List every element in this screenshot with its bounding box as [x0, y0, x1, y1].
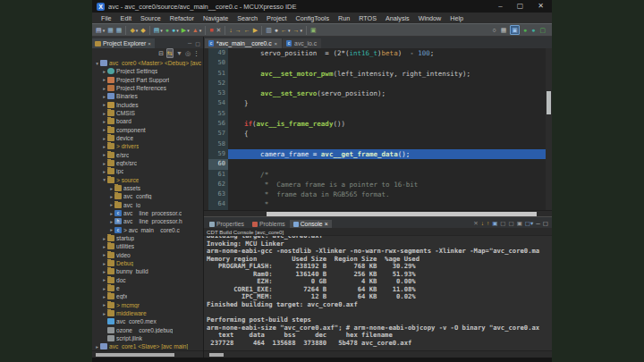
tree-item[interactable]: ▸startup: [92, 234, 203, 242]
terminate-icon[interactable]: ■: [208, 25, 214, 35]
pin-console-icon[interactable]: ▣: [517, 220, 522, 227]
new-c-file-icon[interactable]: ▤▾: [153, 25, 164, 35]
menu-project[interactable]: Project: [262, 13, 291, 23]
tree-item[interactable]: ▸Project References: [92, 84, 203, 92]
tree-item[interactable]: ▸c> avc_main__core0.c: [92, 226, 203, 234]
minimize-view-icon[interactable]: ─: [188, 40, 191, 46]
develop-perspective-icon[interactable]: ▣: [510, 25, 520, 35]
tree-item[interactable]: ▸e: [92, 284, 203, 292]
close-icon[interactable]: ×: [325, 221, 328, 227]
close-button[interactable]: ✕: [538, 2, 544, 11]
quick-search-icon[interactable]: ○: [491, 25, 496, 35]
collapsed-arrow-icon[interactable]: ▸: [101, 244, 107, 249]
close-icon[interactable]: ×: [275, 41, 278, 46]
menu-analysis[interactable]: Analysis: [381, 13, 414, 23]
disconnect-icon[interactable]: ✕: [215, 25, 222, 35]
open-perspective-icon[interactable]: ▦: [500, 25, 508, 35]
tree-item[interactable]: ▾> source: [92, 176, 203, 184]
collapsed-arrow-icon[interactable]: ▸: [108, 194, 114, 199]
focus-icon[interactable]: ◎: [185, 49, 191, 57]
editor-vscrollbar[interactable]: [546, 48, 552, 210]
scrollbar-thumb[interactable]: [209, 353, 224, 357]
tree-item[interactable]: avc_core0.mex: [92, 317, 203, 325]
menu-configtools[interactable]: ConfigTools: [291, 13, 334, 23]
install-perspective-icon[interactable]: ●: [522, 25, 528, 35]
menu-source[interactable]: Source: [136, 13, 165, 23]
collapsed-arrow-icon[interactable]: ▸: [108, 211, 114, 216]
tree-item[interactable]: ▸device: [92, 134, 203, 142]
collapsed-arrow-icon[interactable]: ▸: [101, 261, 107, 266]
tab-project-explorer[interactable]: Project Explorer ×: [92, 38, 155, 48]
step-into-icon[interactable]: ↓: [228, 25, 233, 35]
scrollbar-thumb[interactable]: [96, 353, 174, 357]
tree-item[interactable]: ▸CMSIS: [92, 109, 203, 117]
clean-icon[interactable]: ◆: [140, 25, 146, 35]
tree-item[interactable]: ▸middleware: [92, 309, 203, 317]
link-with-editor-icon[interactable]: ⇆: [166, 48, 174, 58]
menu-window[interactable]: Window: [414, 13, 446, 23]
close-icon[interactable]: ×: [148, 41, 151, 46]
menu-help[interactable]: Help: [445, 13, 468, 23]
tree-item[interactable]: ▸utilities: [92, 242, 203, 250]
new-file-icon[interactable]: ▤▾: [95, 25, 106, 35]
collapsed-arrow-icon[interactable]: ▸: [101, 269, 107, 274]
collapsed-arrow-icon[interactable]: ▸: [101, 277, 107, 282]
collapsed-arrow-icon[interactable]: ▸: [101, 302, 107, 307]
collapsed-arrow-icon[interactable]: ▸: [101, 136, 107, 141]
collapsed-arrow-icon[interactable]: ▸: [101, 77, 107, 82]
search-toolbar-icon[interactable]: ●: [274, 25, 279, 35]
step-over-icon[interactable]: →: [234, 25, 242, 35]
menu-run[interactable]: Run: [334, 13, 354, 23]
collapsed-arrow-icon[interactable]: ▸: [101, 127, 107, 132]
collapsed-arrow-icon[interactable]: ▸: [101, 144, 107, 149]
filter-icon[interactable]: ▼: [176, 49, 182, 57]
run-icon[interactable]: ▶▾: [181, 25, 191, 35]
collapsed-arrow-icon[interactable]: ▸: [101, 294, 107, 299]
tree-item[interactable]: ▸doc: [92, 276, 203, 284]
flash-programmer-icon[interactable]: ●: [165, 25, 170, 35]
word-wrap-icon[interactable]: ▢: [509, 220, 514, 227]
tree-item[interactable]: ▸avc_config: [92, 192, 203, 200]
debug-icon[interactable]: ●▾: [171, 25, 180, 35]
tree-item[interactable]: ▸Project Settings: [92, 67, 203, 75]
open-element-icon[interactable]: ▥: [265, 25, 273, 35]
tree-item[interactable]: ▸bunny_build: [92, 267, 203, 275]
menu-navigate[interactable]: Navigate: [199, 13, 233, 23]
collapsed-arrow-icon[interactable]: ▸: [101, 119, 107, 124]
collapsed-arrow-icon[interactable]: ▸: [101, 111, 107, 116]
editor-hscrollbar[interactable]: [204, 210, 552, 216]
tree-item[interactable]: ▸e/src: [92, 151, 203, 159]
collapsed-arrow-icon[interactable]: ▸: [101, 86, 107, 91]
tree-item[interactable]: ▸component: [92, 126, 203, 134]
collapsed-arrow-icon[interactable]: ▸: [108, 219, 114, 224]
tree-item[interactable]: ▸video: [92, 251, 203, 259]
scroll-to-top-icon[interactable]: ↑: [487, 220, 489, 227]
view-menu-icon[interactable]: ⋮: [193, 49, 199, 57]
menu-search[interactable]: Search: [233, 13, 262, 23]
collapsed-arrow-icon[interactable]: ▸: [101, 102, 107, 107]
tree-item[interactable]: ▸assets: [92, 184, 203, 192]
tree-item[interactable]: script.jlink: [92, 334, 203, 342]
tree-item[interactable]: ▸egfx/src: [92, 159, 203, 167]
resume-icon[interactable]: ▶: [252, 25, 258, 35]
scrollbar-thumb[interactable]: [267, 212, 537, 216]
forward-icon[interactable]: →▾: [292, 25, 304, 35]
terminate-console-icon[interactable]: ✕: [473, 220, 478, 227]
collapsed-arrow-icon[interactable]: ▸: [101, 286, 107, 291]
collapsed-arrow-icon[interactable]: ▸: [101, 236, 107, 241]
maximize-button[interactable]: ▢: [517, 2, 524, 11]
editor-tab[interactable]: cavc_io.c: [283, 38, 321, 48]
tree-item[interactable]: ▸havc__line_processor.h: [92, 217, 203, 225]
code-editor[interactable]: 49505152535455565758596061626364 servo_p…: [204, 48, 552, 210]
editor-tab[interactable]: c*avc_main__core0.c×: [205, 38, 282, 48]
tab-console[interactable]: Console×: [290, 220, 332, 228]
tree-item[interactable]: ▸Binaries: [92, 92, 203, 100]
collapsed-arrow-icon[interactable]: ▸: [101, 69, 107, 74]
tree-item[interactable]: ▸cavc__line_processor.c: [92, 209, 203, 217]
tree-item[interactable]: ▸> drivers: [92, 142, 203, 150]
minimize-view-icon[interactable]: ─: [536, 220, 540, 227]
minimize-button[interactable]: –: [498, 2, 502, 11]
explorer-hscrollbar[interactable]: [92, 350, 203, 358]
code-area[interactable]: servo_position = (2*(int16_t)beta) - 100…: [228, 48, 552, 210]
menu-rtos[interactable]: RTOS: [354, 13, 381, 23]
